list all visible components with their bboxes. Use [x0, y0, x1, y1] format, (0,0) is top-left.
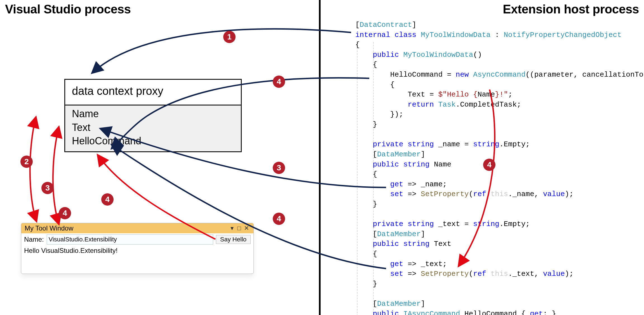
heading-right: Extension host process — [503, 2, 639, 16]
say-hello-button[interactable]: Say Hello — [216, 235, 251, 244]
badge-4: 4 — [101, 193, 114, 206]
badge-1: 1 — [223, 31, 236, 43]
badge-2: 2 — [20, 156, 33, 168]
badge-3: 3 — [273, 162, 285, 174]
proxy-header: data context proxy — [65, 80, 241, 105]
name-input[interactable] — [47, 234, 213, 245]
name-label: Name: — [24, 236, 44, 243]
code-block: [DataContract] internal class MyToolWind… — [355, 20, 644, 315]
heading-left: Visual Studio process — [5, 2, 131, 16]
proxy-properties: Name Text HelloCommand — [65, 105, 241, 151]
badge-4: 4 — [59, 207, 71, 219]
data-context-proxy-box: data context proxy Name Text HelloComman… — [64, 79, 242, 152]
badge-4: 4 — [483, 159, 495, 171]
tool-window-title-text: My Tool Window — [25, 224, 73, 232]
tool-window-titlebar: My Tool Window ▾ □ ✕ — [21, 223, 253, 233]
proxy-prop-hellocommand: HelloCommand — [72, 134, 234, 148]
proxy-prop-name: Name — [72, 107, 234, 121]
tool-window: My Tool Window ▾ □ ✕ Name: Say Hello Hel… — [21, 223, 254, 274]
badge-4: 4 — [273, 213, 285, 225]
process-divider — [319, 0, 321, 315]
proxy-prop-text: Text — [72, 121, 234, 135]
badge-4: 4 — [273, 76, 285, 88]
window-dropdown-icon[interactable]: ▾ — [228, 225, 236, 232]
window-maximize-icon[interactable]: □ — [236, 225, 243, 232]
badge-3: 3 — [41, 182, 54, 194]
window-close-icon[interactable]: ✕ — [243, 225, 250, 232]
output-text: Hello VisualStudio.Extensibility! — [24, 247, 251, 255]
